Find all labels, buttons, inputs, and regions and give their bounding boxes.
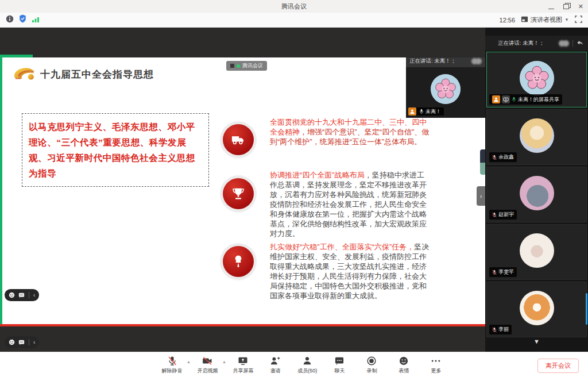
restore-button[interactable]: [563, 1, 569, 11]
truck-icon: [223, 124, 254, 155]
back-arrow-icon[interactable]: [577, 40, 583, 46]
security-shield-icon[interactable]: [19, 14, 26, 25]
button-label: 更多: [431, 367, 441, 375]
collapse-arrow-icon[interactable]: ‹: [33, 340, 35, 345]
divider: [29, 292, 29, 298]
bullet-lead: 协调推进“四个全面”战略布局: [270, 171, 365, 179]
mic-muted-icon: [492, 327, 497, 333]
button-label: 聊天: [334, 367, 345, 375]
layout-icon: [521, 16, 528, 24]
bullet-item-2: 协调推进“四个全面”战略布局，坚持稳中求进工作总基调，坚持发展理念，坚定不移推进…: [270, 170, 431, 238]
participant-tile[interactable]: 未离！的屏幕共享: [486, 52, 587, 107]
share-border-green-left: [0, 55, 2, 326]
avatar: [431, 74, 461, 104]
share-screen-button[interactable]: 共享屏幕: [230, 355, 257, 375]
speaking-label: 正在讲话: 未离！；: [409, 57, 456, 65]
bullet-item-3: 扎实做好“六稳”工作、全面落实“六保”任务，坚决维护国家主权、安全、发展利益，疫…: [270, 242, 431, 301]
chat-bubble-icon: [18, 293, 25, 298]
main-area: 十九届五中全会指导思想 腾讯会议 以马克思列宁主义、毛泽东思想、邓小平理论、“三…: [0, 28, 588, 352]
leave-meeting-button[interactable]: 离开会议: [537, 359, 579, 373]
emoji-button[interactable]: 表情: [390, 355, 417, 375]
participant-tile[interactable]: 余政鑫: [486, 109, 587, 165]
bullet-lead: 扎实做好“六稳”工作、全面落实“六保”任务，: [270, 243, 414, 251]
window-titlebar: 腾讯会议: [0, 0, 588, 13]
bullet-body: ，坚持稳中求进工作总基调，坚持发展理念，坚定不移推进改革开放，沉着有力应对各种风…: [270, 171, 427, 238]
mic-icon: [419, 109, 424, 114]
collapse-arrow-icon: ‹: [33, 293, 35, 298]
camera-options-caret[interactable]: ▲: [222, 360, 226, 364]
share-watermark: 腾讯会议: [226, 61, 267, 71]
window-title: 腾讯会议: [0, 0, 588, 13]
button-label: 共享屏幕: [233, 367, 253, 375]
mic-muted-icon: [492, 155, 497, 160]
divider: [572, 40, 573, 47]
shared-screen-area: 十九届五中全会指导思想 腾讯会议 以马克思列宁主义、毛泽东思想、邓小平理论、“三…: [0, 28, 485, 352]
view-mode-switcher[interactable]: 演讲者视图 ▼: [521, 16, 569, 24]
guide-text-box: 以马克思列宁主义、毛泽东思想、邓小平理论、“三个代表”重要思想、科学发展观、习近…: [22, 113, 209, 187]
record-button[interactable]: 录制: [358, 355, 385, 375]
watermark-label: 腾讯会议: [242, 62, 263, 70]
bullet-item-1: 全面贯彻党的十九大和十九届二中、三中、四中全会精神，增强“四个意识”、坚定“四个…: [270, 117, 431, 147]
button-label: 解除静音: [162, 367, 183, 375]
mic-active-icon: [512, 97, 516, 102]
avatar: [520, 176, 554, 210]
pin-icon: [223, 246, 254, 277]
sidebar-header: 正在讲话: 未离！；: [485, 36, 588, 51]
mic-options-caret[interactable]: ▲: [187, 360, 191, 364]
status-toolbar: 12:56 演讲者视图 ▼: [0, 13, 588, 28]
chat-button[interactable]: 聊天: [326, 355, 353, 375]
host-badge-icon: [408, 107, 416, 116]
network-signal-icon[interactable]: [32, 15, 40, 25]
slide-title: 十九届五中全会指导思想: [40, 68, 154, 81]
side-expand-chevron-icon[interactable]: ›: [477, 186, 485, 206]
members-button[interactable]: 成员(50): [294, 355, 321, 375]
smiley-icon[interactable]: [9, 339, 15, 345]
overlay-header: 正在讲话: 未离！；: [406, 55, 485, 67]
participant-name: 余政鑫: [498, 153, 514, 161]
view-mode-label: 演讲者视图: [531, 16, 562, 24]
minimize-button[interactable]: [548, 1, 554, 11]
divider: [29, 339, 29, 345]
button-label: 表情: [399, 367, 409, 375]
scroll-more-down-icon[interactable]: ▼: [533, 338, 540, 345]
party-emblem-icon: [13, 65, 36, 84]
participant-tile[interactable]: 李雯芊: [486, 224, 587, 280]
emoji-chat-pill: ‹: [5, 336, 39, 348]
participants-sidebar: 正在讲话: 未离！；: [485, 28, 588, 352]
chat-bubble-icon[interactable]: [18, 340, 25, 345]
participant-name: 李雯芊: [498, 268, 514, 276]
chevron-down-icon: ▼: [564, 17, 569, 22]
trophy-icon: [223, 178, 254, 209]
blurred-avatars: [471, 58, 482, 64]
watermark-logo-icon: [230, 64, 234, 68]
avatar: [520, 291, 554, 325]
sidebar-scrollbar[interactable]: [586, 293, 587, 325]
meeting-info-icon[interactable]: [6, 15, 14, 25]
avatar: [520, 118, 554, 153]
participant-name: 未离！的屏幕共享: [518, 96, 559, 103]
close-button[interactable]: ✕: [578, 3, 583, 10]
participant-tile[interactable]: 赵新宇: [486, 167, 587, 222]
screen-share-badge-icon: [502, 95, 510, 103]
fullscreen-icon[interactable]: [575, 15, 582, 25]
blurred-avatars: [559, 40, 569, 47]
button-label: 开启视频: [197, 367, 218, 375]
share-border-green-top: [0, 55, 33, 57]
share-border-red-bottom: [0, 324, 485, 326]
clock-time: 12:56: [500, 17, 516, 24]
button-label: 录制: [366, 367, 377, 375]
speaker-overlay: 正在讲话: 未离！；: [406, 55, 485, 118]
unmute-button[interactable]: 解除静音: [158, 355, 185, 375]
avatar: [520, 61, 554, 95]
camera-button[interactable]: 开启视频: [194, 355, 221, 375]
participant-name: 未离！: [425, 108, 441, 116]
watermark-green-dot: [237, 64, 240, 68]
side-panel-handle[interactable]: [480, 149, 485, 175]
button-label: 成员(50): [297, 367, 317, 375]
participant-name: 赵新宇: [498, 211, 514, 218]
participant-tile[interactable]: 李丽: [486, 282, 587, 337]
mic-muted-icon: [492, 270, 497, 275]
more-button[interactable]: 更多: [423, 355, 450, 375]
emoji-chat-pill-shared: ‹: [5, 289, 39, 301]
invite-button[interactable]: 邀请: [262, 355, 289, 375]
